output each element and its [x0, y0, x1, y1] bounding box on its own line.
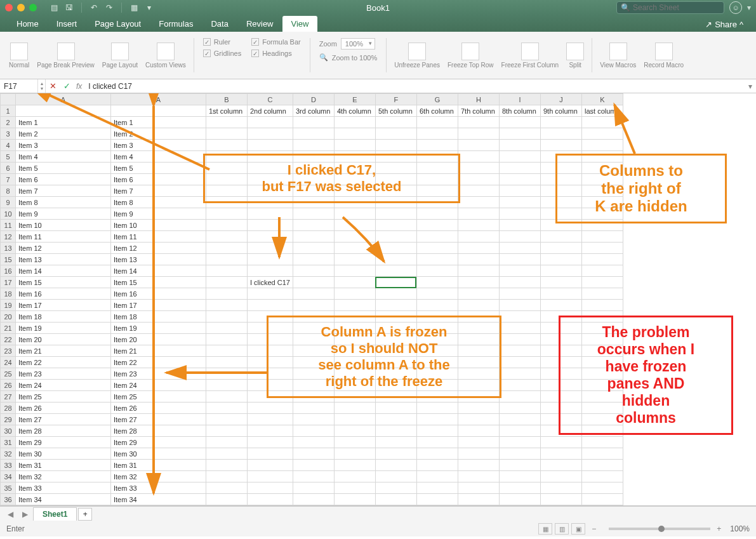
tab-prev[interactable]: ◀: [4, 510, 17, 519]
cell[interactable]: Item 33: [111, 482, 206, 494]
cell[interactable]: [334, 128, 375, 140]
cell[interactable]: Item 10: [16, 220, 111, 231]
view-page-break-preview[interactable]: Page Break Preview: [33, 34, 98, 76]
cell[interactable]: [293, 482, 334, 494]
cell[interactable]: [458, 414, 499, 425]
cell[interactable]: [206, 494, 248, 505]
cell[interactable]: [375, 448, 416, 460]
cell[interactable]: [293, 208, 334, 220]
cell[interactable]: [499, 425, 540, 437]
col-header-frozen[interactable]: A: [16, 94, 111, 105]
cell[interactable]: [540, 380, 581, 391]
cell[interactable]: 4th column: [334, 105, 375, 117]
formula-input[interactable]: I clicked C17: [84, 82, 745, 91]
cell[interactable]: [458, 334, 499, 345]
cell[interactable]: [540, 243, 581, 254]
cell[interactable]: [293, 288, 334, 300]
cell[interactable]: [248, 425, 293, 437]
cell[interactable]: [540, 265, 581, 277]
cell[interactable]: [293, 391, 334, 403]
cell[interactable]: [581, 140, 623, 151]
cell[interactable]: [206, 482, 248, 494]
cell[interactable]: [499, 197, 540, 208]
cell[interactable]: Item 35: [16, 505, 111, 507]
cell[interactable]: [206, 151, 248, 163]
row-header[interactable]: 17: [1, 277, 16, 288]
row-header[interactable]: 10: [1, 208, 16, 220]
cell[interactable]: [248, 391, 293, 403]
cell[interactable]: Item 33: [16, 482, 111, 494]
cell[interactable]: Item 19: [16, 323, 111, 334]
cell[interactable]: [416, 323, 458, 334]
cell[interactable]: [375, 300, 416, 311]
cell[interactable]: [499, 277, 540, 288]
cell[interactable]: [248, 482, 293, 494]
cell[interactable]: Item 6: [16, 174, 111, 185]
row-header[interactable]: 30: [1, 425, 16, 437]
cell[interactable]: [499, 494, 540, 505]
cell[interactable]: [375, 243, 416, 254]
cell[interactable]: [293, 403, 334, 414]
cell[interactable]: [334, 117, 375, 128]
cell[interactable]: Item 8: [16, 197, 111, 208]
cell[interactable]: [334, 243, 375, 254]
row-header[interactable]: 6: [1, 163, 16, 174]
cell[interactable]: [206, 243, 248, 254]
cell[interactable]: [540, 208, 581, 220]
cell[interactable]: [334, 300, 375, 311]
row-header[interactable]: 37: [1, 505, 16, 507]
cell[interactable]: [581, 345, 623, 357]
cell[interactable]: [499, 437, 540, 448]
cell[interactable]: Item 4: [16, 151, 111, 163]
cell[interactable]: [416, 345, 458, 357]
cell[interactable]: [499, 163, 540, 174]
cell[interactable]: [416, 128, 458, 140]
cell[interactable]: [293, 243, 334, 254]
cell[interactable]: [206, 448, 248, 460]
cell[interactable]: [248, 448, 293, 460]
cell[interactable]: [416, 448, 458, 460]
cell[interactable]: [458, 288, 499, 300]
cell[interactable]: [248, 128, 293, 140]
cell[interactable]: [248, 311, 293, 323]
cell[interactable]: Item 29: [111, 437, 206, 448]
undo-icon[interactable]: ↶: [88, 2, 100, 13]
cell[interactable]: [458, 231, 499, 243]
cell[interactable]: [375, 471, 416, 482]
cell[interactable]: [540, 185, 581, 197]
cell[interactable]: 9th column: [540, 105, 581, 117]
cell[interactable]: Item 30: [111, 448, 206, 460]
redo-icon[interactable]: ↷: [103, 2, 115, 13]
cell[interactable]: [248, 403, 293, 414]
cell[interactable]: [375, 403, 416, 414]
zoom-100-button[interactable]: 🔍 Zoom to 100%: [319, 53, 378, 62]
cell[interactable]: [206, 265, 248, 277]
cell[interactable]: [416, 174, 458, 185]
zoom-in-button[interactable]: +: [717, 524, 721, 533]
cell[interactable]: [334, 277, 375, 288]
cell[interactable]: [334, 391, 375, 403]
row-header[interactable]: 25: [1, 368, 16, 380]
cell[interactable]: [540, 254, 581, 265]
col-header-I[interactable]: I: [499, 94, 540, 105]
cell[interactable]: [293, 505, 334, 507]
cell[interactable]: [416, 151, 458, 163]
search-input[interactable]: [633, 3, 720, 12]
cell[interactable]: [540, 448, 581, 460]
cell[interactable]: [458, 300, 499, 311]
row-header[interactable]: 18: [1, 288, 16, 300]
cell[interactable]: [540, 300, 581, 311]
cell[interactable]: [293, 117, 334, 128]
cell[interactable]: [334, 163, 375, 174]
cell[interactable]: [540, 174, 581, 185]
cell[interactable]: [581, 163, 623, 174]
cell[interactable]: [581, 220, 623, 231]
cell[interactable]: [293, 140, 334, 151]
cell[interactable]: [293, 220, 334, 231]
cell[interactable]: [581, 494, 623, 505]
cell[interactable]: [540, 163, 581, 174]
cell[interactable]: [334, 151, 375, 163]
cell[interactable]: [334, 265, 375, 277]
cell[interactable]: [334, 380, 375, 391]
cell[interactable]: [248, 243, 293, 254]
